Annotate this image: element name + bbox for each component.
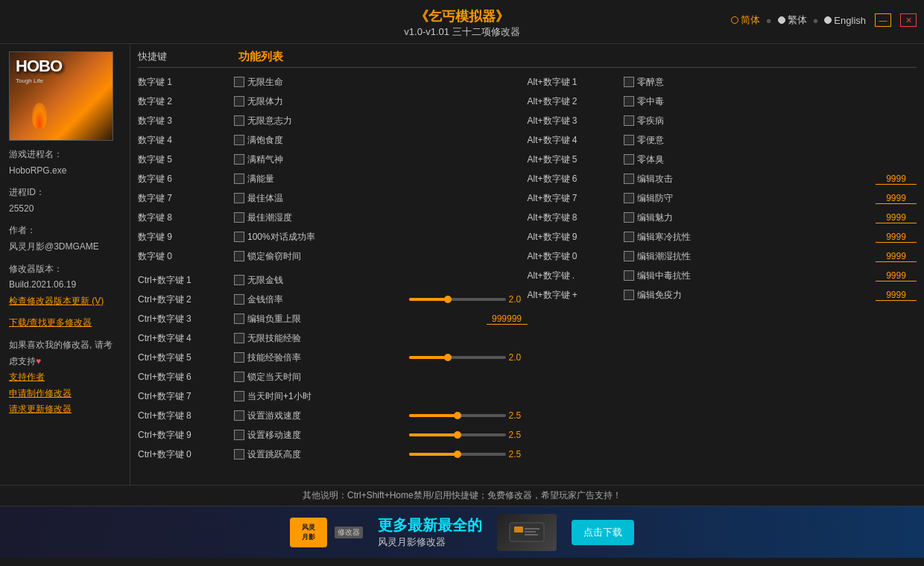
right-feature-row: Alt+数字键 0编辑潮湿抗性 [528,247,917,266]
download-link[interactable]: 下载/查找更多修改器 [9,315,121,331]
slider-thumb[interactable] [444,296,452,303]
shortcut-label: Alt+数字键 0 [528,250,621,263]
feature-input[interactable] [876,174,917,185]
feature-checkbox[interactable] [624,251,634,261]
slider-fill [409,356,448,359]
feature-label: 编辑防守 [637,192,873,205]
feature-checkbox[interactable] [234,410,244,421]
slider-track[interactable] [409,414,506,417]
feature-checkbox[interactable] [234,193,244,203]
sidebar-game-info: 游戏进程名： HoboRPG.exe [9,147,121,179]
feature-checkbox[interactable] [234,391,244,401]
feature-input[interactable] [487,314,528,325]
feature-label: 当天时间+1小时 [247,390,528,403]
feature-checkbox[interactable] [624,96,634,106]
left-feature-row: Ctrl+数字键 8设置游戏速度 2.5 [138,406,528,425]
slider-wrap: 2.5 [409,449,528,460]
feature-label: 技能经验倍率 [247,352,406,364]
lang-english[interactable]: English [824,15,866,26]
lang-traditional[interactable]: 繁体 [778,13,807,27]
minimize-button[interactable]: — [875,13,891,27]
feature-checkbox[interactable] [234,96,244,106]
app-subtitle: v1.0-v1.01 三十二项修改器 [0,25,924,39]
feature-checkbox[interactable] [624,212,634,223]
shortcut-label: 数字键 9 [138,231,231,244]
feature-checkbox[interactable] [624,115,634,126]
check-update-link[interactable]: 检查修改器版本更新 (V) [9,293,121,310]
feature-checkbox[interactable] [234,251,244,261]
slider-thumb[interactable] [454,451,461,458]
slider-track[interactable] [409,433,506,436]
slider-wrap: 2.0 [409,352,528,363]
feature-checkbox[interactable] [624,290,634,300]
feature-checkbox[interactable] [234,232,244,242]
feature-checkbox[interactable] [624,174,634,184]
feature-checkbox[interactable] [624,154,634,165]
feature-checkbox[interactable] [234,77,244,87]
svg-rect-1 [514,527,523,532]
feature-input[interactable] [876,251,917,262]
shortcut-label: Ctrl+数字键 8 [138,410,231,422]
feature-checkbox[interactable] [624,232,634,242]
slider-track[interactable] [409,298,506,301]
support-author-link[interactable]: 支持作者 [9,372,45,382]
slider-fill [409,433,458,436]
close-button[interactable]: ✕ [900,13,917,27]
feature-checkbox[interactable] [624,270,634,281]
feature-checkbox[interactable] [234,212,244,223]
feature-checkbox[interactable] [234,430,244,440]
feature-checkbox[interactable] [234,333,244,343]
feature-checkbox[interactable] [234,154,244,165]
shortcut-label: Alt+数字键 4 [528,134,621,147]
ad-icon [497,514,557,551]
shortcut-label: 数字键 4 [138,134,231,147]
shortcut-label: 数字键 8 [138,212,231,224]
ad-sub-text: 风灵月影修改器 [378,535,482,549]
slider-thumb[interactable] [444,354,452,361]
feature-label: 零便意 [637,134,917,147]
feature-input[interactable] [876,232,917,243]
feature-checkbox[interactable] [624,77,634,87]
left-feature-row: Ctrl+数字键 9设置移动速度 2.5 [138,425,528,445]
shortcut-label: Alt+数字键 3 [528,115,621,127]
sidebar-author-info: 作者： 风灵月影@3DMGAME [9,223,121,255]
left-feature-row: 数字键 2无限体力 [138,92,528,111]
slider-track[interactable] [409,356,506,359]
feature-checkbox[interactable] [234,352,244,363]
feature-checkbox[interactable] [234,294,244,305]
feature-checkbox[interactable] [234,314,244,324]
feature-label: 100%对话成功率 [247,231,528,244]
process-id-value: 25520 [9,201,121,217]
left-feature-row: Ctrl+数字键 1无限金钱 [138,270,528,290]
feature-input[interactable] [876,212,917,223]
feature-checkbox[interactable] [234,372,244,382]
right-feature-row: Alt+数字键 4零便意 [528,130,917,150]
feature-checkbox[interactable] [234,174,244,184]
slider-thumb[interactable] [454,412,461,419]
feature-checkbox[interactable] [234,275,244,285]
shortcut-label: Alt+数字键 5 [528,153,621,166]
feature-checkbox[interactable] [234,115,244,126]
request-trainer-link[interactable]: 申请制作修改器 [9,388,72,398]
feature-label: 满能量 [247,173,528,185]
slider-wrap: 2.0 [409,294,528,305]
right-feature-row: Alt+数字键 3零疾病 [528,111,917,130]
slider-thumb[interactable] [454,431,461,439]
slider-track[interactable] [409,453,506,456]
request-update-link[interactable]: 请求更新修改器 [9,404,72,414]
feature-label: 编辑寒冷抗性 [637,231,873,244]
feature-input[interactable] [876,290,917,301]
feature-input[interactable] [876,193,917,204]
feature-label: 无限生命 [247,76,528,89]
lang-simplified[interactable]: 简体 [731,13,760,27]
feature-checkbox[interactable] [234,135,244,145]
feature-input[interactable] [876,270,917,282]
feature-checkbox[interactable] [624,135,634,145]
feature-label: 零疾病 [637,115,917,127]
feature-checkbox[interactable] [234,449,244,460]
feature-label: 满饱食度 [247,134,528,147]
ad-download-button[interactable]: 点击下载 [572,520,634,545]
shortcut-label: Alt+数字键 1 [528,76,621,89]
left-feature-row: 数字键 7最佳体温 [138,188,528,208]
feature-checkbox[interactable] [624,193,634,203]
